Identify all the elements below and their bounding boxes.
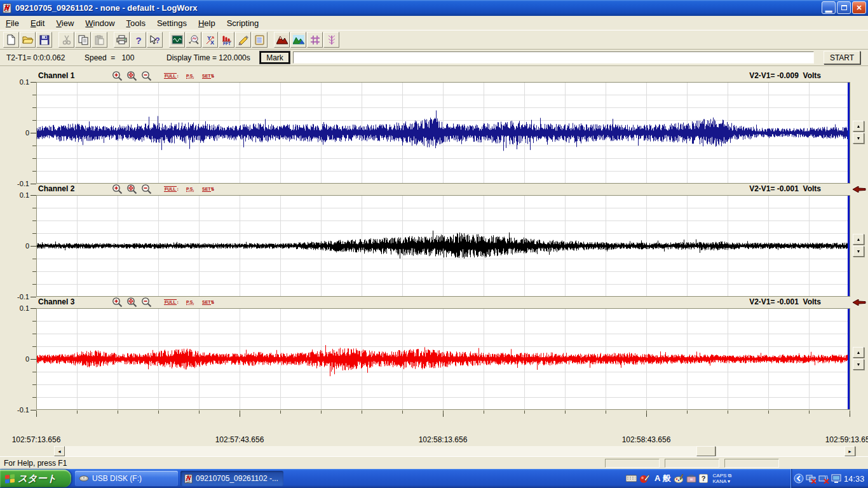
channel-2-zoom-all-icon[interactable] (126, 184, 137, 194)
hscroll-thumb[interactable] (696, 446, 715, 456)
ime-mode-indicator[interactable]: A 般 (654, 473, 671, 484)
toolbar-pencil-icon[interactable] (235, 32, 251, 48)
menu-item-scripting[interactable]: Scripting (221, 17, 265, 29)
toolbar-zoom-analysis-icon[interactable] (186, 32, 201, 48)
channel-2-scale-down-button[interactable]: ▼ (853, 246, 864, 257)
toolbar-lattice-b-icon[interactable] (323, 32, 339, 48)
toolbar-mountain-green-icon[interactable] (290, 32, 306, 48)
channel-2-ps-icon[interactable]: P.S. (186, 184, 194, 194)
time-axis-label-0: 102:57:13.656 (8, 435, 65, 444)
menu-item-window[interactable]: Window (79, 17, 120, 29)
wireless-disconnected-icon[interactable] (818, 473, 829, 484)
toolbar-xy-axis-icon[interactable]: YX (202, 32, 218, 48)
channel-3-zoom-out-icon[interactable] (141, 297, 152, 308)
channel-3-plot-pane[interactable] (36, 308, 850, 410)
mark-button[interactable]: Mark (260, 51, 290, 64)
channel-3-full-scale-icon[interactable]: FULL↕ (164, 297, 179, 308)
channel-3-set-icon[interactable]: SET⇅ (202, 297, 215, 308)
channel-1-scale-up-button[interactable]: ▲ (853, 121, 864, 132)
toolbar-mountain-red-icon[interactable] (274, 32, 290, 48)
toolbar-help-icon[interactable]: ? (130, 32, 146, 48)
menu-item-edit[interactable]: Edit (25, 17, 50, 29)
taskbar-task-2[interactable]: 09210705_09261102 -... (180, 471, 283, 486)
ime-pen-icon[interactable] (639, 473, 649, 484)
start-menu-button[interactable]: スタート (0, 470, 71, 487)
chart-area: Channel 1FULL↕P.S.SET⇅V2-V1= -0.009 Volt… (0, 65, 868, 456)
channel-3-major-tick (31, 308, 36, 309)
app-icon (2, 3, 12, 13)
menu-item-view[interactable]: View (50, 17, 79, 29)
ime-help-icon[interactable]: ? (699, 474, 708, 483)
menu-item-settings[interactable]: Settings (151, 17, 193, 29)
toolbar-fft-icon[interactable]: FFT (219, 32, 234, 48)
ime-toolbox-icon[interactable] (686, 474, 696, 483)
marker-text-field[interactable] (293, 51, 814, 64)
toolbar-log-list-icon[interactable] (252, 32, 268, 48)
close-button[interactable]: ✕ (852, 1, 866, 14)
channel-2-plot-pane[interactable] (36, 195, 850, 297)
channel-2-marker-arrow-icon[interactable] (853, 186, 866, 193)
channel-2-zoom-in-icon[interactable] (112, 184, 123, 194)
toolbar-new-icon[interactable] (3, 32, 19, 48)
speed-readout: Speed = 100 (85, 53, 134, 62)
keyboard-icon[interactable] (626, 475, 637, 482)
channel-2-cursor-line-v2[interactable] (848, 196, 850, 296)
toolbar-save-icon[interactable] (36, 32, 52, 48)
hscroll-right-arrow[interactable]: ► (844, 446, 855, 456)
channel-1-zoom-all-icon[interactable] (126, 71, 137, 81)
ime-palette-icon[interactable] (674, 473, 684, 484)
windows-logo-icon (5, 474, 15, 484)
channel-1-scale-down-button[interactable]: ▼ (853, 133, 864, 144)
hscroll-track[interactable] (65, 446, 844, 456)
toolbar-lattice-a-icon[interactable] (307, 32, 323, 48)
channel-1-set-icon[interactable]: SET⇅ (202, 71, 215, 81)
toolbar-scope-view-icon[interactable] (169, 32, 185, 48)
channel-2-set-icon[interactable]: SET⇅ (202, 184, 215, 194)
channel-3-ytick-label: 0.1 (8, 304, 29, 312)
channel-1-zoom-in-icon[interactable] (112, 71, 123, 81)
taskbar-task-1[interactable]: USB DISK (F:) (75, 471, 178, 486)
menu-item-help[interactable]: Help (193, 17, 221, 29)
svg-text:?: ? (155, 36, 159, 45)
display-settings-icon[interactable] (831, 473, 841, 484)
toolbar-open-icon[interactable] (20, 32, 36, 48)
network-disconnected-icon[interactable] (806, 473, 817, 484)
task-label: USB DISK (F:) (92, 474, 142, 483)
tray-chevron-icon[interactable] (794, 473, 804, 484)
channel-1-full-scale-icon[interactable]: FULL↕ (164, 71, 179, 81)
channel-1-major-tick (31, 184, 36, 184)
channel-2-full-scale-icon[interactable]: FULL↕ (164, 184, 179, 194)
status-bar: For Help, press F1 (0, 456, 868, 469)
channel-3-label: Channel 3 (38, 297, 74, 306)
channel-3-marker-arrow-icon[interactable] (853, 299, 866, 306)
minimize-button[interactable]: ▬ (822, 1, 836, 14)
channel-3-zoom-in-icon[interactable] (112, 297, 123, 308)
toolbar-context-help-icon[interactable]: ? (147, 32, 163, 48)
channel-3-ps-icon[interactable]: P.S. (186, 297, 194, 308)
channel-1-cursor-line-v2[interactable] (848, 83, 850, 183)
channel-1-ps-icon[interactable]: P.S. (186, 71, 194, 81)
channel-1-ytick-label: 0 (8, 129, 29, 137)
channel-3-zoom-all-icon[interactable] (126, 297, 137, 308)
channel-1-plot-pane[interactable] (36, 82, 850, 184)
toolbar-print-icon[interactable] (114, 32, 130, 48)
start-button[interactable]: START (824, 51, 860, 64)
channel-2-scale-up-button[interactable]: ▲ (853, 234, 864, 245)
channel-2-zoom-out-icon[interactable] (141, 184, 152, 194)
channel-3-cursor-line-v2[interactable] (848, 309, 850, 409)
menu-item-tools[interactable]: Tools (121, 17, 151, 29)
channel-3-scale-down-button[interactable]: ▼ (853, 359, 864, 370)
channel-1-zoom-out-icon[interactable] (141, 71, 152, 81)
channel-2-ytick-label: -0.1 (8, 293, 29, 301)
svg-text:?: ? (135, 35, 141, 45)
caps-kana-indicator[interactable]: CAPS ⧉ KANA ▾ (713, 473, 732, 484)
taskbar-clock[interactable]: 14:33 (844, 474, 865, 484)
menu-item-file[interactable]: File (0, 17, 25, 29)
display-time-readout: Display Time = 120.000s (166, 53, 250, 62)
channel-2-major-tick (31, 195, 36, 196)
channel-1-major-tick (31, 133, 36, 133)
restore-button[interactable] (837, 1, 851, 14)
channel-3-scale-up-button[interactable]: ▲ (853, 347, 864, 358)
toolbar-copy-icon[interactable] (75, 32, 91, 48)
hscroll-left-arrow[interactable]: ◄ (54, 446, 65, 456)
